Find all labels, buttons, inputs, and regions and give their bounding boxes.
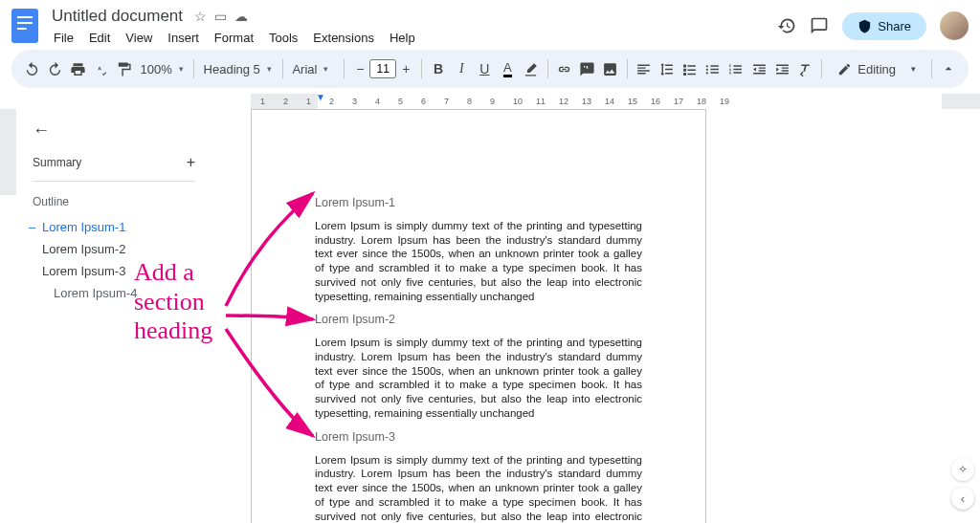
account-avatar[interactable]: [940, 11, 969, 40]
font-size-control: − +: [350, 58, 415, 79]
separator: [193, 59, 194, 78]
separator: [282, 59, 283, 78]
cloud-status-icon[interactable]: ☁: [234, 9, 248, 24]
menu-extensions[interactable]: Extensions: [307, 29, 380, 47]
summary-label: Summary: [33, 156, 81, 169]
bold-button[interactable]: B: [428, 56, 449, 81]
menu-view[interactable]: View: [120, 29, 158, 47]
menu-bar: File Edit View Insert Format Tools Exten…: [48, 29, 777, 47]
numbered-list-button[interactable]: [725, 56, 746, 81]
document-title[interactable]: Untitled document: [48, 6, 187, 27]
menu-format[interactable]: Format: [209, 29, 259, 47]
comments-icon[interactable]: [810, 16, 829, 35]
align-button[interactable]: [634, 56, 655, 81]
menu-tools[interactable]: Tools: [263, 29, 303, 47]
underline-button[interactable]: U: [474, 56, 495, 81]
paragraph-style-select[interactable]: Heading 5: [200, 62, 277, 76]
toolbar: 100% Heading 5 Arial − + B I U A Editing…: [11, 50, 969, 88]
header-right: Share: [777, 11, 969, 40]
editing-mode-label: Editing: [858, 62, 896, 76]
menu-help[interactable]: Help: [384, 29, 421, 47]
font-size-increase[interactable]: +: [396, 58, 415, 79]
add-summary-button[interactable]: +: [187, 154, 195, 171]
separator: [421, 59, 422, 78]
horizontal-ruler[interactable]: ▼ 1212345678910111213141516171819: [0, 94, 980, 109]
annotation-text: Add a section heading: [134, 258, 212, 346]
section-heading[interactable]: Lorem Ipsum-3: [315, 430, 642, 444]
section-heading[interactable]: Lorem Ipsum-1: [315, 196, 642, 209]
checklist-button[interactable]: [679, 56, 701, 81]
menu-file[interactable]: File: [48, 29, 79, 47]
font-size-decrease[interactable]: −: [350, 58, 369, 79]
menu-edit[interactable]: Edit: [83, 29, 116, 47]
redo-button[interactable]: [44, 56, 65, 81]
spellcheck-button[interactable]: [90, 56, 111, 81]
menu-insert[interactable]: Insert: [162, 29, 205, 47]
outline-item[interactable]: Lorem Ipsum-2: [33, 238, 195, 260]
move-to-folder-icon[interactable]: ▭: [214, 9, 227, 24]
separator: [627, 59, 628, 78]
document-page[interactable]: Lorem Ipsum-1Lorem Ipsum is simply dummy…: [251, 109, 706, 523]
explore-button[interactable]: ✧: [951, 458, 974, 481]
star-icon[interactable]: ☆: [194, 9, 207, 24]
print-button[interactable]: [67, 56, 88, 81]
clear-formatting-button[interactable]: [794, 56, 815, 81]
insert-link-button[interactable]: [553, 56, 574, 81]
section-body[interactable]: Lorem Ipsum is simply dummy text of the …: [315, 336, 642, 420]
undo-button[interactable]: [21, 56, 42, 81]
close-outline-button[interactable]: ←: [33, 120, 195, 141]
separator: [547, 59, 548, 78]
share-button-label: Share: [878, 19, 911, 33]
section-body[interactable]: Lorem Ipsum is simply dummy text of the …: [315, 219, 642, 303]
separator: [821, 59, 822, 78]
outline-label: Outline: [33, 195, 195, 208]
share-button[interactable]: Share: [842, 12, 926, 40]
docs-logo-icon[interactable]: [11, 9, 38, 43]
editing-mode-select[interactable]: Editing ▾: [828, 59, 925, 79]
insert-comment-button[interactable]: [577, 56, 598, 81]
outline-item[interactable]: Lorem Ipsum-1: [33, 216, 195, 238]
line-spacing-button[interactable]: [657, 56, 678, 81]
italic-button[interactable]: I: [451, 56, 472, 81]
app-header: Untitled document ☆ ▭ ☁ File Edit View I…: [0, 0, 980, 46]
indent-increase-button[interactable]: [771, 56, 792, 81]
title-icons: ☆ ▭ ☁: [194, 9, 248, 24]
section-heading[interactable]: Lorem Ipsum-2: [315, 313, 642, 326]
paint-format-button[interactable]: [113, 56, 134, 81]
history-icon[interactable]: [777, 16, 796, 35]
side-panel-toggle[interactable]: ‹: [951, 487, 974, 510]
bulleted-list-button[interactable]: [702, 56, 724, 81]
indent-decrease-button[interactable]: [748, 56, 769, 81]
highlight-button[interactable]: [520, 56, 541, 81]
separator: [344, 59, 345, 78]
page-area: Lorem Ipsum-1Lorem Ipsum is simply dummy…: [205, 109, 980, 523]
title-area: Untitled document ☆ ▭ ☁ File Edit View I…: [48, 6, 777, 47]
text-color-button[interactable]: A: [497, 56, 518, 81]
separator: [931, 59, 932, 78]
section-body[interactable]: Lorem Ipsum is simply dummy text of the …: [315, 453, 642, 523]
font-select[interactable]: Arial: [288, 62, 338, 76]
zoom-select[interactable]: 100%: [136, 62, 187, 76]
collapse-toolbar-button[interactable]: [938, 56, 959, 81]
font-size-input[interactable]: [369, 59, 396, 78]
insert-image-button[interactable]: [600, 56, 621, 81]
vertical-ruler[interactable]: [0, 109, 17, 523]
